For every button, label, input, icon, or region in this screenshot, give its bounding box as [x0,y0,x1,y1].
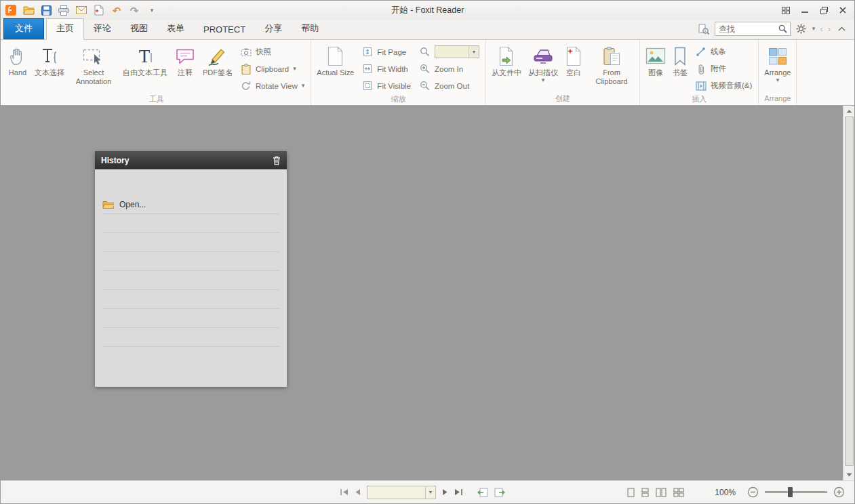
search-input[interactable] [715,24,776,34]
insert-attachment-button[interactable]: 附件 [692,60,755,77]
tab-form[interactable]: 表单 [157,19,194,39]
fit-page-button[interactable]: Fit Page [359,43,414,60]
facing-view-icon[interactable] [656,488,667,497]
new-document-icon[interactable] [93,4,105,16]
zoom-combo-chevron-icon[interactable]: ▾ [469,46,479,58]
fit-visible-label: Fit Visible [377,82,411,90]
zoom-in-button[interactable]: Zoom In [416,60,482,77]
continuous-view-icon[interactable] [641,488,649,497]
magnifier-icon [419,46,431,58]
actual-size-label: Actual Size [317,68,354,77]
next-page-icon[interactable] [442,488,448,496]
history-list: Open... [95,169,287,347]
insert-group-label: 插入 [642,94,756,105]
continuous-facing-view-icon[interactable] [673,488,684,497]
search-document-icon[interactable] [698,23,710,35]
create-from-file-button[interactable]: 从文件中 [488,41,525,93]
create-from-clipboard-button[interactable]: From Clipboard [586,41,637,93]
print-icon[interactable] [58,4,70,16]
line-icon [695,46,707,58]
tab-view[interactable]: 视图 [121,19,157,39]
qat-customize-chevron-icon[interactable]: ▾ [146,4,158,16]
fit-visible-button[interactable]: Fit Visible [359,77,414,94]
arrange-button[interactable]: Arrange ▾ [761,41,794,93]
previous-page-icon[interactable] [355,488,361,496]
create-from-scanner-button[interactable]: 从扫描仪 ▾ [525,41,561,93]
clipboard-button[interactable]: Clipboard ▾ [237,60,307,77]
snapshot-button[interactable]: 快照 [237,43,307,60]
history-open-item[interactable]: Open... [102,195,279,214]
insert-bookmark-button[interactable]: 书签 [669,41,691,94]
fit-width-button[interactable]: Fit Width [359,60,414,77]
create-blank-button[interactable]: 空白 [561,41,586,93]
zoom-level-row: ▾ [416,43,482,60]
scroll-down-arrow-icon[interactable] [843,469,854,480]
search-icon[interactable] [776,22,790,35]
zoom-in-label: Zoom In [435,65,463,73]
clipboard-label: Clipboard [256,65,289,73]
zoom-in-circle-icon[interactable] [833,486,845,498]
scrollbar-thumb[interactable] [845,117,854,466]
comment-button[interactable]: 注释 [171,41,199,94]
settings-chevron-icon[interactable]: ▾ [812,26,816,32]
page-number-combobox[interactable]: ▾ [367,486,436,499]
actual-size-button[interactable]: Actual Size [313,41,357,94]
zoom-stack: ▾ Zoom In Zoom Out [415,41,483,94]
search-box [715,22,791,36]
history-open-label: Open... [119,200,146,209]
layout-panels-icon[interactable] [778,4,793,16]
tab-home[interactable]: 主页 [46,18,84,40]
restore-button[interactable] [816,4,831,16]
open-file-icon[interactable] [22,4,35,16]
tab-help[interactable]: 帮助 [292,19,328,39]
history-panel: History Open... [95,151,287,387]
zoom-group-label: 缩放 [313,94,483,105]
tab-file[interactable]: 文件 [3,18,44,39]
page-combo-chevron-icon[interactable]: ▾ [425,486,435,499]
undo-icon[interactable]: ↶ [111,4,123,16]
last-page-icon[interactable] [454,488,463,496]
insert-line-button[interactable]: 线条 [692,43,755,60]
minimize-button[interactable] [797,4,812,16]
vertical-scrollbar[interactable] [843,106,854,480]
statusbar: ▾ [1,480,854,503]
pdf-sign-button[interactable]: PDF签名 [199,41,236,94]
select-annotation-button[interactable]: Select Annotation [68,41,119,94]
hand-tool-button[interactable]: Hand [4,41,31,94]
ribbon-back-chevron-icon[interactable]: ‹ [820,24,822,34]
next-view-icon[interactable] [494,488,505,497]
zoom-out-button[interactable]: Zoom Out [416,77,482,94]
tab-share[interactable]: 分享 [255,19,292,39]
tab-comment[interactable]: 评论 [84,19,121,39]
pdf-sign-label: PDF签名 [203,68,233,77]
zoom-slider-handle[interactable] [788,487,793,497]
redo-icon[interactable]: ↷ [128,4,140,16]
insert-video-audio-button[interactable]: 视频音频(&) [692,77,755,94]
save-icon[interactable] [40,4,52,16]
scanner-icon [532,44,554,68]
from-file-icon [497,44,516,68]
fit-page-label: Fit Page [377,48,406,56]
free-text-tool-button[interactable]: T 自由文本工具 [119,41,171,94]
insert-image-button[interactable]: 图像 [642,41,669,94]
collapse-ribbon-icon[interactable] [835,23,848,35]
rotate-view-button[interactable]: Rotate View ▾ [237,77,307,94]
clear-history-trash-icon[interactable] [273,156,281,165]
scroll-up-arrow-icon[interactable] [843,106,854,117]
single-page-view-icon[interactable] [627,488,635,497]
text-select-icon [39,44,60,68]
zoom-in-icon [419,63,431,75]
zoom-out-icon [419,80,431,91]
settings-gear-icon[interactable] [795,23,808,35]
email-icon[interactable] [75,4,87,16]
text-select-button[interactable]: 文本选择 [31,41,68,94]
zoom-slider[interactable] [765,491,827,493]
close-button[interactable] [835,4,850,16]
previous-view-icon[interactable] [477,488,488,497]
ribbon-tabbar: 文件 主页 评论 视图 表单 PROTECT 分享 帮助 ▾ ‹ › [1,20,854,40]
zoom-out-circle-icon[interactable] [747,486,759,498]
ribbon-forward-chevron-icon[interactable]: › [828,24,831,34]
zoom-level-combobox[interactable]: ▾ [435,45,479,58]
tab-protect[interactable]: PROTECT [194,21,255,39]
first-page-icon[interactable] [340,488,349,496]
